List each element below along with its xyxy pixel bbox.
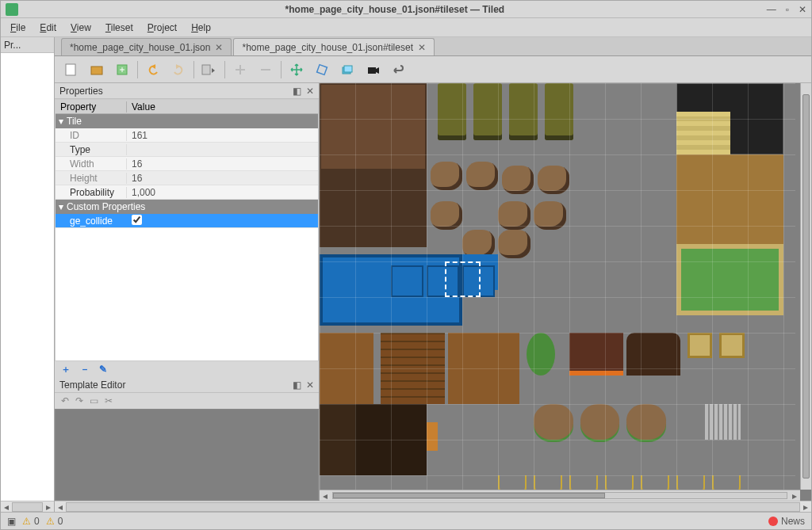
close-panel-icon[interactable]: ✕ [306, 379, 314, 391]
project-panel-title: Pr... [1, 37, 54, 53]
minimize-button[interactable]: — [767, 4, 776, 15]
tile[interactable] [427, 422, 438, 451]
svg-rect-0 [66, 64, 75, 75]
template-tools: ↶ ↷ ▭ ✂ [55, 393, 319, 409]
tileset-canvas[interactable]: ◂ ▸ [320, 83, 811, 501]
tmpl-redo-icon[interactable]: ↷ [75, 395, 83, 406]
statusbar: ▣ ⚠0 ⚠0 News [1, 512, 811, 529]
tile[interactable] [688, 333, 713, 358]
return-icon[interactable] [388, 59, 408, 80]
project-tree[interactable] [1, 53, 54, 501]
properties-table[interactable]: Property Value ▾Tile ID 161 Type [55, 99, 319, 361]
app-icon [6, 3, 18, 16]
news-link[interactable]: News [768, 516, 805, 527]
export-icon[interactable] [112, 59, 132, 80]
tab-document-1[interactable]: *home_page_city_house_01.json#tileset ✕ [233, 38, 435, 55]
svg-rect-4 [317, 64, 327, 74]
error-count[interactable]: ⚠0 [22, 516, 40, 527]
tile[interactable] [580, 404, 620, 440]
tmpl-undo-icon[interactable]: ↶ [61, 395, 69, 406]
document-tabbar: *home_page_city_house_01.json ✕ *home_pa… [55, 37, 811, 56]
svg-rect-1 [91, 67, 102, 74]
menu-project[interactable]: Project [141, 20, 183, 36]
section-custom[interactable]: ▾Custom Properties [56, 200, 318, 214]
window-title: *home_page_city_house_01.json#tileset — … [23, 4, 767, 15]
close-button[interactable]: ✕ [799, 4, 806, 15]
edit-property-icon[interactable]: ✎ [99, 364, 107, 375]
tile[interactable] [320, 83, 427, 176]
properties-icon[interactable] [199, 59, 220, 80]
tile[interactable] [534, 404, 573, 440]
camera-icon[interactable] [362, 59, 383, 80]
project-hscrollbar[interactable]: ◂▸ [1, 501, 54, 512]
properties-title: Properties [59, 86, 103, 97]
prop-row-probability[interactable]: Probability 1,000 [56, 185, 318, 200]
template-canvas[interactable] [55, 409, 319, 501]
dock-icon[interactable]: ◧ [293, 379, 301, 391]
menu-view[interactable]: View [64, 20, 98, 36]
menu-help[interactable]: Help [185, 20, 217, 36]
add-property-icon[interactable]: ＋ [61, 363, 71, 376]
tab-label: *home_page_city_house_01.json [70, 42, 210, 53]
titlebar: *home_page_city_house_01.json#tileset — … [1, 1, 811, 18]
tile-selection [445, 261, 481, 297]
tab-document-0[interactable]: *home_page_city_house_01.json ✕ [61, 38, 232, 55]
warning-count[interactable]: ⚠0 [46, 516, 63, 527]
tmpl-icon-2[interactable]: ✂ [105, 395, 113, 406]
tile[interactable] [705, 404, 741, 440]
prop-row-id[interactable]: ID 161 [56, 128, 318, 143]
properties-header: Properties ◧ ✕ [55, 83, 319, 99]
svg-rect-3 [202, 65, 210, 74]
canvas-vscrollbar[interactable] [800, 83, 811, 490]
menu-file[interactable]: File [4, 20, 32, 36]
prop-row-width[interactable]: Width 16 [56, 157, 318, 171]
ge-collide-checkbox[interactable] [132, 215, 142, 225]
redo-icon[interactable] [168, 59, 189, 80]
tile[interactable] [626, 404, 666, 440]
layers-icon[interactable] [337, 59, 358, 80]
remove-icon[interactable] [255, 59, 276, 80]
col-property: Property [56, 101, 127, 112]
project-panel: Pr... ◂▸ [1, 37, 55, 512]
tab-close-icon[interactable]: ✕ [418, 42, 426, 53]
tile[interactable] [466, 162, 499, 190]
tile[interactable] [431, 162, 463, 190]
menubar: File Edit View Tileset Project Help [1, 18, 811, 37]
tile[interactable] [320, 169, 427, 247]
rotate-icon[interactable] [312, 59, 332, 80]
tile[interactable] [676, 244, 783, 315]
prop-row-ge-collide[interactable]: ge_collide [56, 214, 318, 228]
template-editor-title: Template Editor [59, 379, 125, 391]
console-icon[interactable]: ▣ [7, 516, 16, 527]
tile[interactable] [498, 230, 530, 258]
canvas-hscrollbar[interactable]: ◂ ▸ [320, 490, 800, 501]
tmpl-icon-1[interactable]: ▭ [90, 395, 98, 406]
tile[interactable] [391, 265, 423, 298]
tab-label: *home_page_city_house_01.json#tileset [242, 42, 413, 53]
section-tile[interactable]: ▾Tile [56, 114, 318, 128]
add-icon[interactable] [230, 59, 251, 80]
prop-row-type[interactable]: Type [56, 143, 318, 157]
move-icon[interactable] [286, 59, 307, 80]
toolbar [55, 56, 811, 83]
maximize-button[interactable]: ▫ [786, 4, 789, 15]
properties-tools: ＋ － ✎ [55, 361, 319, 377]
template-editor-header: Template Editor ◧ ✕ [55, 377, 319, 393]
menu-edit[interactable]: Edit [33, 20, 63, 36]
open-file-icon[interactable] [86, 59, 107, 80]
svg-rect-7 [368, 67, 376, 74]
new-file-icon[interactable] [61, 59, 82, 80]
workspace-hscrollbar[interactable]: ◂▸ [55, 501, 811, 512]
prop-row-height[interactable]: Height 16 [56, 171, 318, 185]
remove-property-icon[interactable]: － [80, 363, 90, 376]
undo-icon[interactable] [143, 59, 163, 80]
close-panel-icon[interactable]: ✕ [306, 86, 314, 97]
tab-close-icon[interactable]: ✕ [215, 42, 223, 53]
tile[interactable] [719, 333, 745, 358]
dock-icon[interactable]: ◧ [293, 86, 301, 97]
col-value: Value [127, 101, 318, 112]
svg-rect-6 [344, 66, 352, 72]
menu-tileset[interactable]: Tileset [99, 20, 140, 36]
